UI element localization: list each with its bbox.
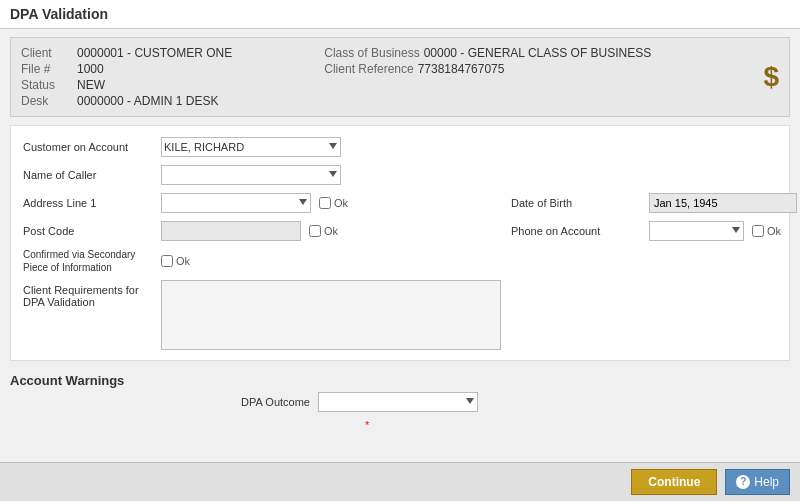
address-line1-label: Address Line 1 <box>23 197 153 209</box>
desk-label: Desk <box>21 94 71 108</box>
client-req-label: Client Requirements for DPA Validation <box>23 280 153 308</box>
client-label: Client <box>21 46 71 60</box>
ref-label: Client Reference <box>324 62 413 76</box>
customer-on-account-row: Customer on Account KILE, RICHARD <box>23 136 777 158</box>
dollar-icon: $ <box>763 61 779 93</box>
name-of-caller-label: Name of Caller <box>23 169 153 181</box>
address-line1-select[interactable] <box>161 193 311 213</box>
help-icon: ? <box>736 475 750 489</box>
phone-row: Phone on Account Ok <box>511 220 781 242</box>
client-row: Client 0000001 - CUSTOMER ONE <box>21 46 232 60</box>
status-row: Status NEW <box>21 78 232 92</box>
form-section: Customer on Account KILE, RICHARD Name o… <box>10 125 790 361</box>
client-info-right: Class of Business 00000 - GENERAL CLASS … <box>324 46 651 76</box>
file-row: File # 1000 <box>21 62 232 76</box>
outcome-section: DPA Outcome * <box>10 388 790 436</box>
account-warnings-section: Account Warnings DPA Outcome * <box>10 369 790 436</box>
address-ok-checkbox[interactable] <box>319 197 331 209</box>
status-value: NEW <box>77 78 105 92</box>
address-ok-label: Ok <box>319 197 348 209</box>
client-value: 0000001 - CUSTOMER ONE <box>77 46 232 60</box>
ref-row: Client Reference 7738184767075 <box>324 62 651 76</box>
class-label: Class of Business <box>324 46 419 60</box>
class-value: 00000 - GENERAL CLASS OF BUSINESS <box>424 46 652 60</box>
dob-label: Date of Birth <box>511 197 641 209</box>
dpa-outcome-select[interactable] <box>318 392 478 412</box>
confirmed-ok-label: Ok <box>161 255 190 267</box>
post-code-ok-label: Ok <box>309 225 338 237</box>
client-info-box: Client 0000001 - CUSTOMER ONE File # 100… <box>10 37 790 117</box>
client-req-row: Client Requirements for DPA Validation <box>23 280 501 350</box>
name-of-caller-select[interactable] <box>161 165 341 185</box>
address-line1-row: Address Line 1 Ok <box>23 192 501 214</box>
phone-ok-checkbox[interactable] <box>752 225 764 237</box>
main-content: Client 0000001 - CUSTOMER ONE File # 100… <box>0 29 800 462</box>
post-code-label: Post Code <box>23 225 153 237</box>
class-row: Class of Business 00000 - GENERAL CLASS … <box>324 46 651 60</box>
required-star: * <box>365 419 369 431</box>
client-req-textarea[interactable] <box>161 280 501 350</box>
continue-button[interactable]: Continue <box>631 469 717 495</box>
confirmed-row: Confirmed via Secondary Piece of Informa… <box>23 248 501 274</box>
dob-row: Date of Birth Ok <box>511 192 781 214</box>
post-code-ok-checkbox[interactable] <box>309 225 321 237</box>
confirmed-label: Confirmed via Secondary Piece of Informa… <box>23 248 153 274</box>
name-of-caller-row: Name of Caller <box>23 164 777 186</box>
status-label: Status <box>21 78 71 92</box>
customer-on-account-select[interactable]: KILE, RICHARD <box>161 137 341 157</box>
phone-select[interactable] <box>649 221 744 241</box>
phone-label: Phone on Account <box>511 225 641 237</box>
page-wrapper: DPA Validation Client 0000001 - CUSTOMER… <box>0 0 800 501</box>
confirmed-ok-checkbox[interactable] <box>161 255 173 267</box>
help-button[interactable]: ? Help <box>725 469 790 495</box>
post-code-row: Post Code Ok <box>23 220 501 242</box>
file-label: File # <box>21 62 71 76</box>
dpa-outcome-row: DPA Outcome <box>10 392 790 412</box>
desk-value: 0000000 - ADMIN 1 DESK <box>77 94 218 108</box>
footer: Continue ? Help <box>0 462 800 501</box>
desk-row: Desk 0000000 - ADMIN 1 DESK <box>21 94 232 108</box>
ref-value: 7738184767075 <box>418 62 505 76</box>
account-warnings-title: Account Warnings <box>10 373 790 388</box>
phone-ok-label: Ok <box>752 225 781 237</box>
file-value: 1000 <box>77 62 104 76</box>
page-header: DPA Validation <box>0 0 800 29</box>
page-title: DPA Validation <box>10 6 790 22</box>
dpa-outcome-label: DPA Outcome <box>210 396 310 408</box>
customer-on-account-label: Customer on Account <box>23 141 153 153</box>
client-info-left: Client 0000001 - CUSTOMER ONE File # 100… <box>21 46 232 108</box>
post-code-input[interactable] <box>161 221 301 241</box>
dob-input[interactable] <box>649 193 797 213</box>
help-label: Help <box>754 475 779 489</box>
